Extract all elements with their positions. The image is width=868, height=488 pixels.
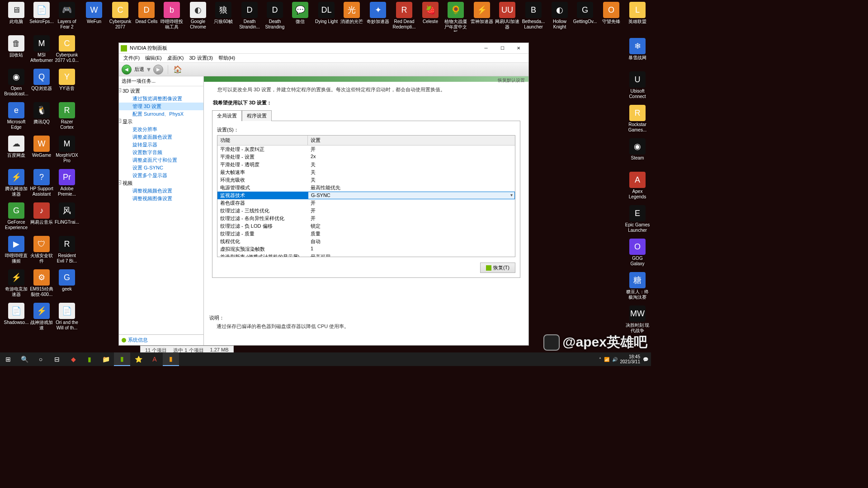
desktop-icon[interactable]: ◐Google Chrome — [185, 2, 211, 30]
desktop-icon[interactable]: 🗑回收站 — [4, 35, 29, 58]
taskbar-nvidia[interactable]: ▮ — [114, 352, 130, 366]
desktop-icon[interactable]: ✦奇妙加速器 — [365, 2, 391, 24]
tray-network-icon[interactable]: 📶 — [604, 357, 609, 362]
desktop-icon[interactable]: 光消逝的光芒 — [339, 2, 364, 24]
desktop-icon[interactable]: ?HP Support Assistant — [29, 169, 54, 197]
desktop-icon[interactable]: 狼只狼60帧 — [211, 2, 236, 24]
tree-item-manage-3d[interactable]: 管理 3D 设置 — [119, 103, 203, 110]
tree-group-3d[interactable]: −3D 设置 — [119, 87, 203, 95]
desktop-icon[interactable]: UUbisoft Connect — [625, 71, 650, 99]
tree-item[interactable]: 配置 Surround、PhysX — [119, 110, 203, 118]
setting-row[interactable]: 平滑处理 - 透明度关 — [217, 161, 515, 169]
tray-volume-icon[interactable]: 🔊 — [612, 357, 618, 362]
setting-row[interactable]: 环境光吸收关 — [217, 176, 515, 184]
system-info-link[interactable]: 系统信息 — [119, 334, 203, 345]
desktop-icon[interactable]: GGeForce Experience — [4, 202, 29, 230]
tree-item[interactable]: 设置多个显示器 — [119, 172, 203, 179]
desktop-icon[interactable]: ◐Hollow Knight — [547, 2, 572, 30]
setting-value[interactable]: 最高性能优先 — [308, 184, 515, 192]
search-button[interactable]: 🔍 — [16, 352, 33, 366]
minimize-button[interactable]: ─ — [478, 43, 494, 53]
collapse-icon[interactable]: − — [119, 180, 121, 184]
menu-desktop[interactable]: 桌面(K) — [165, 54, 187, 62]
desktop-icon[interactable]: Ggeek — [54, 269, 80, 292]
desktop-icon[interactable]: ⚡腾讯网游加速器 — [4, 169, 29, 197]
setting-value[interactable]: 自动 — [308, 238, 515, 245]
tree-item[interactable]: 设置 G-SYNC — [119, 164, 203, 172]
desktop-icon[interactable]: ⚡雷神加速器 — [469, 2, 495, 24]
setting-row[interactable]: 纹理过滤 - 三线性优化开 — [217, 207, 515, 215]
desktop-icon[interactable]: MMSI Afterburner — [29, 35, 54, 63]
taskbar-app[interactable]: ⭐ — [130, 352, 146, 366]
setting-row[interactable]: 电源管理模式最高性能优先 — [217, 184, 515, 192]
desktop-icon[interactable]: RResident Evil 7 Bi... — [54, 236, 80, 264]
setting-value[interactable]: 关 — [308, 161, 515, 169]
tree-item[interactable]: 调整桌面颜色设置 — [119, 133, 203, 141]
desktop-icon[interactable]: L英雄联盟 — [625, 2, 650, 24]
desktop-icon[interactable]: WWeGame — [29, 136, 54, 158]
tree-item[interactable]: 调整视频图像设置 — [119, 195, 203, 202]
setting-row[interactable]: 纹理过滤 - 各向异性采样优化开 — [217, 215, 515, 222]
tab-global[interactable]: 全局设置 — [212, 110, 242, 121]
desktop-icon[interactable]: 📄Shadowso... — [4, 303, 29, 325]
setting-row[interactable]: 平滑处理 - 设置2x — [217, 153, 515, 161]
cortana-button[interactable]: ○ — [33, 352, 49, 366]
taskbar-clock[interactable]: 18:45 2021/3/11 — [620, 354, 641, 364]
desktop-icon[interactable]: O守望先锋 — [599, 2, 624, 24]
setting-row[interactable]: 首选刷新率 (便携式计算机的显示屏)最高可用 — [217, 253, 515, 257]
notifications-button[interactable]: 💬 — [643, 357, 648, 362]
setting-value[interactable]: 1 — [308, 245, 515, 253]
desktop-icon[interactable]: WWeFun — [81, 2, 107, 24]
desktop-icon[interactable]: GGettingOv... — [572, 2, 598, 24]
desktop-icon[interactable]: 💬微信 — [288, 2, 313, 24]
desktop-icon[interactable]: 🖥此电脑 — [4, 2, 29, 24]
desktop-icon[interactable]: 风FLiNGTrai... — [54, 202, 80, 225]
desktop-icon[interactable]: QQQ浏览器 — [29, 69, 54, 91]
tree-group-video[interactable]: −视频 — [119, 179, 203, 187]
desktop-icon[interactable]: DDeath Stranding — [262, 2, 288, 30]
setting-row[interactable]: 纹理过滤 - 负 LOD 偏移锁定 — [217, 222, 515, 230]
tab-program[interactable]: 程序设置 — [242, 110, 272, 121]
tree-item[interactable]: 设置数字音频 — [119, 149, 203, 156]
tree-item[interactable]: 调整视频颜色设置 — [119, 187, 203, 195]
setting-row[interactable]: 纹理过滤 - 质量质量 — [217, 230, 515, 238]
grid-rows[interactable]: 平滑处理 - 灰度纠正开平滑处理 - 设置2x平滑处理 - 透明度关最大帧速率关… — [217, 145, 515, 257]
desktop-icon[interactable]: RRockstar Games... — [625, 105, 650, 133]
desktop-icon[interactable]: RRed Dead Redempti... — [392, 2, 417, 30]
home-button[interactable]: 🏠 — [173, 65, 183, 75]
setting-value[interactable]: 开 — [308, 199, 515, 207]
desktop-icon[interactable]: DDeath Strandin... — [237, 2, 262, 30]
setting-row[interactable]: 线程优化自动 — [217, 238, 515, 245]
setting-value[interactable]: 最高可用 — [308, 253, 515, 257]
setting-value[interactable]: 锁定 — [308, 222, 515, 230]
desktop-icon[interactable]: MMorphVOX Pro — [54, 136, 80, 164]
setting-value[interactable]: 质量 — [308, 230, 515, 238]
desktop-icon[interactable]: BBethesda... Launcher — [521, 2, 546, 30]
desktop-icon[interactable]: 🌻植物大战僵尸年度中文版 — [443, 2, 468, 32]
desktop-icon[interactable]: eMicrosoft Edge — [4, 102, 29, 130]
desktop-icon[interactable]: ♪网易云音乐 — [29, 202, 54, 225]
taskview-button[interactable]: ⊟ — [49, 352, 65, 366]
tree-item[interactable]: 调整桌面尺寸和位置 — [119, 156, 203, 164]
setting-row[interactable]: 最大帧速率关 — [217, 169, 515, 176]
restore-defaults-link[interactable]: 恢复默认设置 — [498, 77, 525, 84]
setting-row[interactable]: 虚拟现实预渲染帧数1 — [217, 245, 515, 253]
desktop-icon[interactable]: 糖糖豆人：终极淘汰赛 — [625, 272, 650, 300]
taskbar-app[interactable]: A — [146, 352, 163, 366]
desktop-icon[interactable]: AApex Legends — [625, 172, 650, 200]
desktop-icon[interactable]: 📄Ori and the Will of th... — [54, 303, 80, 331]
setting-value[interactable]: 关 — [308, 176, 515, 184]
desktop-icon[interactable]: ▶哔哩哔哩直播姬 — [4, 236, 29, 264]
desktop-icon[interactable]: CCyberpunk 2077 — [108, 2, 133, 30]
desktop-icon[interactable]: b哔哩哔哩投稿工具 — [159, 2, 184, 30]
back-button[interactable]: ◀ — [122, 65, 132, 75]
setting-value[interactable]: 开 — [308, 145, 515, 153]
tray-chevron-icon[interactable]: ˄ — [599, 357, 601, 362]
taskbar-app[interactable]: ▮ — [81, 352, 98, 366]
setting-value[interactable]: 开 — [308, 207, 515, 215]
desktop-icon[interactable]: CCyberpunk 2077 v1.0... — [54, 35, 80, 63]
close-button[interactable]: ✕ — [510, 43, 527, 53]
setting-value[interactable]: 2x — [308, 153, 515, 161]
desktop-icon[interactable]: 🛡火绒安全软件 — [29, 236, 54, 264]
desktop-icon[interactable]: ☁百度网盘 — [4, 136, 29, 158]
